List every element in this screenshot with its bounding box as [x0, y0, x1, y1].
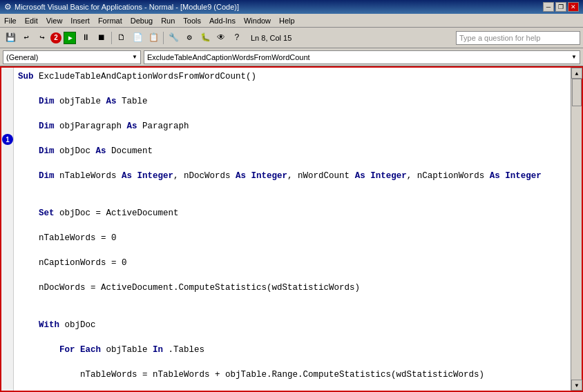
minimize-button[interactable]: ─ [543, 2, 554, 12]
help-placeholder: Type a question for help [459, 34, 540, 42]
menu-item-format[interactable]: Format [94, 16, 126, 26]
scroll-down-button[interactable]: ▼ [571, 380, 582, 391]
tools-btn2[interactable]: 🔧 [166, 30, 181, 46]
code-line: nCaptionWords = 0 [18, 257, 566, 269]
vertical-scrollbar[interactable]: ▲ ▼ [571, 68, 582, 391]
code-line: nTableWords = nTableWords + objTable.Ran… [18, 369, 566, 381]
watch-btn[interactable]: 👁 [213, 30, 229, 46]
title-bar-text: Microsoft Visual Basic for Applications … [15, 3, 239, 11]
general-dropdown[interactable]: (General) ▼ [3, 50, 141, 64]
code-line: Dim nTableWords As Integer, nDocWords As… [18, 170, 566, 182]
menu-item-addins[interactable]: Add-Ins [205, 16, 240, 26]
title-bar-icon: ⚙ [4, 2, 12, 12]
close-button[interactable]: ✕ [568, 2, 579, 12]
restore-button[interactable]: ❐ [555, 2, 566, 12]
run-button[interactable]: ▶ [62, 30, 77, 46]
code-line: Dim objDoc As Document [18, 145, 566, 157]
scroll-track[interactable] [571, 79, 582, 380]
run-icon: ▶ [64, 32, 76, 44]
scroll-thumb[interactable] [572, 79, 582, 106]
menu-bar: File Edit View Insert Format Debug Run T… [0, 14, 583, 28]
menu-item-tools[interactable]: Tools [179, 16, 205, 26]
title-bar-left: ⚙ Microsoft Visual Basic for Application… [4, 2, 239, 12]
menu-item-edit[interactable]: Edit [21, 16, 42, 26]
general-dropdown-value: (General) [6, 53, 38, 61]
code-line: For Each objTable In .Tables [18, 344, 566, 356]
menu-item-help[interactable]: Help [275, 16, 299, 26]
menu-item-window[interactable]: Window [240, 16, 275, 26]
menu-item-debug[interactable]: Debug [126, 16, 157, 26]
menu-item-run[interactable]: Run [157, 16, 179, 26]
redo-button[interactable]: ↪ [35, 30, 50, 46]
code-line: nDocWords = ActiveDocument.ComputeStatis… [18, 282, 566, 294]
title-bar-right: ─ ❐ ✕ [543, 2, 579, 12]
module-button[interactable]: 📄 [130, 30, 145, 46]
toolbar-separator-2 [163, 32, 164, 44]
code-line: Set objDoc = ActiveDocument [18, 207, 566, 219]
menu-item-insert[interactable]: Insert [66, 16, 94, 26]
general-dropdown-arrow: ▼ [129, 54, 137, 60]
code-line: Dim objTable As Table [18, 95, 566, 108]
userform-button[interactable]: 🗋 [114, 30, 129, 46]
toolbar-separator-1 [111, 32, 112, 44]
code-line: Dim objParagraph As Paragraph [18, 120, 566, 133]
badge-blue: 1 [2, 134, 13, 145]
gutter-badge: 1 [2, 134, 13, 145]
scroll-up-button[interactable]: ▲ [571, 68, 582, 79]
proc-dropdown-value: ExcludeTableAndCaptionWordsFromWordCount [147, 53, 310, 61]
badge-red: 2 [50, 32, 61, 43]
code-area: 1 Sub ExcludeTableAndCaptionWordsFromWor… [0, 66, 583, 392]
code-line: nTableWords = 0 [18, 232, 566, 244]
break-button[interactable]: ⏸ [78, 30, 93, 46]
help-btn[interactable]: ? [229, 30, 245, 46]
class-button[interactable]: 📋 [146, 30, 161, 46]
reset-button[interactable]: ⏹ [94, 30, 109, 46]
help-search-box[interactable]: Type a question for help [456, 31, 580, 45]
code-line: With objDoc [18, 319, 566, 331]
menu-item-view[interactable]: View [42, 16, 67, 26]
undo-button[interactable]: ↩ [19, 30, 34, 46]
macro-btn[interactable]: ⚙ [182, 30, 197, 46]
proc-dropdown[interactable]: ExcludeTableAndCaptionWordsFromWordCount… [144, 50, 580, 64]
debug-btn2[interactable]: 🐛 [198, 30, 213, 46]
proc-dropdown-arrow: ▼ [568, 54, 577, 60]
code-line: Sub ExcludeTableAndCaptionWordsFromWordC… [18, 70, 566, 83]
dropdowns-row: (General) ▼ ExcludeTableAndCaptionWordsF… [0, 48, 583, 66]
position-label: Ln 8, Col 15 [251, 34, 292, 42]
title-bar: ⚙ Microsoft Visual Basic for Application… [0, 0, 583, 14]
save-button[interactable]: 💾 [3, 30, 18, 46]
code-editor[interactable]: Sub ExcludeTableAndCaptionWordsFromWordC… [14, 68, 571, 391]
menu-item-file[interactable]: File [0, 16, 21, 26]
toolbar: 💾 ↩ ↪ 2 ▶ ⏸ ⏹ 🗋 📄 📋 🔧 ⚙ 🐛 👁 ? Ln 8, Col … [0, 28, 583, 48]
line-number-gutter: 1 [1, 68, 14, 391]
